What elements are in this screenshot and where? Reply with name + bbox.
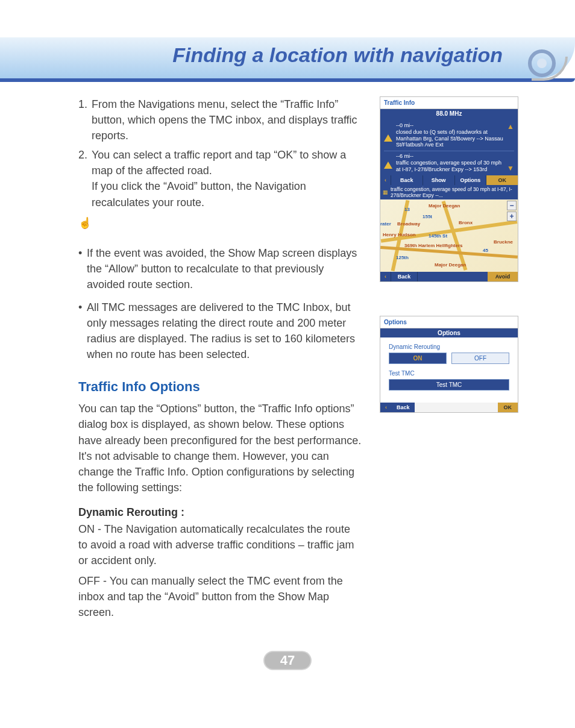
map-label: rater [380,221,391,227]
note-hand-icon: ☝ [78,216,362,230]
off-description: OFF - You can manually select the TMC ev… [78,573,362,620]
ok-button[interactable]: OK [486,175,518,185]
options-footer: ‹ Back OK [380,403,518,412]
map-banner-text: traffic congestion, average speed of 30 … [391,186,515,198]
scroll-up-icon[interactable]: ▲ [507,122,514,131]
step-2-text-a: You can select a traffic report and tap … [92,149,346,177]
on-description: ON - The Navigation automatically recalc… [78,521,362,568]
bullet-dot: • [78,300,87,362]
section-heading: Traffic Info Options [78,379,362,395]
back-chevron-icon[interactable]: ‹ [380,175,391,185]
map-label: Major Deegan [435,262,466,268]
map-label: Major Deegan [429,203,460,209]
page-header: Finding a location with navigation [0,0,575,78]
step-2-text-b: If you click the “Avoid” button, the Nav… [92,180,306,208]
step-1-text: From the Navigations menu, select the “T… [92,96,362,143]
zoom-in-button[interactable]: + [507,212,517,221]
bullet-1-text: If the event was avoided, the Show Map s… [87,245,362,292]
device-traffic-info: Traffic Info 88.0 MHz --0 mi-- closed du… [380,96,518,282]
dynamic-rerouting-off-button[interactable]: OFF [451,353,509,364]
device1-footer: ‹ Back Show Options OK [380,175,518,185]
step-2-number: 2. [78,147,92,210]
zoom-out-button[interactable]: − [507,201,517,210]
main-text-column: 1. From the Navigations menu, select the… [78,96,362,624]
options-button[interactable]: Options [455,175,487,185]
traffic-message-2[interactable]: --6 mi-- traffic congestion, average spe… [384,151,514,175]
warning-icon [384,132,392,139]
section-paragraph: You can tap the “Options” button, the “T… [78,401,362,495]
map-label: 13 [404,207,410,212]
back-chevron-icon[interactable]: ‹ [380,272,391,281]
sub-heading: Dynamic Rerouting : [78,506,362,519]
traffic-message-1-text: --0 mi-- closed due to (Q sets of) roadw… [396,122,503,148]
map-back-button[interactable]: Back [391,272,418,281]
step-2: 2. You can select a traffic report and t… [78,147,362,210]
map-label: 145th St [429,233,447,239]
svg-point-1 [537,58,547,68]
device1-frequency: 88.0 MHz [380,109,518,118]
scroll-down-icon[interactable]: ▼ [507,164,514,172]
options-back-button[interactable]: Back [392,403,415,412]
back-button[interactable]: Back [391,175,423,185]
device1-message-list: --0 mi-- closed due to (Q sets of) roadw… [380,118,518,175]
map-label: 155t [423,214,432,219]
header-underline [0,78,575,82]
page-number: 47 [263,651,312,670]
step-1-number: 1. [78,96,92,143]
map-canvas[interactable]: Major Deegan 13 155t rater Broadway Bron… [380,199,518,272]
map-banner: ▦ traffic congestion, average speed of 3… [380,185,518,199]
map-label: 369th Harlem Hellfighters [404,243,462,248]
back-chevron-icon[interactable]: ‹ [380,403,392,412]
options-body: Dynamic Rerouting ON OFF Test TMC Test T… [380,337,518,403]
dynamic-rerouting-label: Dynamic Rerouting [389,344,509,350]
test-tmc-label: Test TMC [389,370,509,377]
traffic-message-1[interactable]: --0 mi-- closed due to (Q sets of) roadw… [384,121,514,151]
device-options: Options Options Dynamic Rerouting ON OFF… [380,316,518,413]
map-label: Broadway [397,221,420,227]
map-label: 45 [483,248,488,253]
show-button[interactable]: Show [423,175,455,185]
map-label: Henry Hudson [383,232,416,237]
warning-icon [384,159,392,166]
step-1: 1. From the Navigations menu, select the… [78,96,362,143]
map-footer: ‹ Back Avoid [380,272,518,281]
traffic-message-2-text: --6 mi-- traffic congestion, average spe… [396,153,503,172]
device1-titlebar: Traffic Info [380,97,518,109]
map-label: 125th [396,255,409,260]
options-header: Options [380,328,518,337]
bullet-2-text: All TMC messages are delivered to the TM… [87,300,362,362]
device2-titlebar: Options [380,316,518,328]
dynamic-rerouting-on-button[interactable]: ON [389,353,447,364]
header-orb-icon [521,42,563,84]
test-tmc-button[interactable]: Test TMC [389,379,509,391]
bullet-1: • If the event was avoided, the Show Map… [78,245,362,292]
bullet-2: • All TMC messages are delivered to the … [78,300,362,362]
avoid-button[interactable]: Avoid [488,272,518,281]
page-title: Finding a location with navigation [172,43,503,67]
map-label: Bruckne [494,239,513,245]
screenshot-column: Traffic Info 88.0 MHz --0 mi-- closed du… [380,96,518,422]
map-label: Bronx [459,220,473,225]
options-ok-button[interactable]: OK [498,403,518,412]
bullet-dot: • [78,245,87,292]
map-warn-icon: ▦ [383,189,388,195]
